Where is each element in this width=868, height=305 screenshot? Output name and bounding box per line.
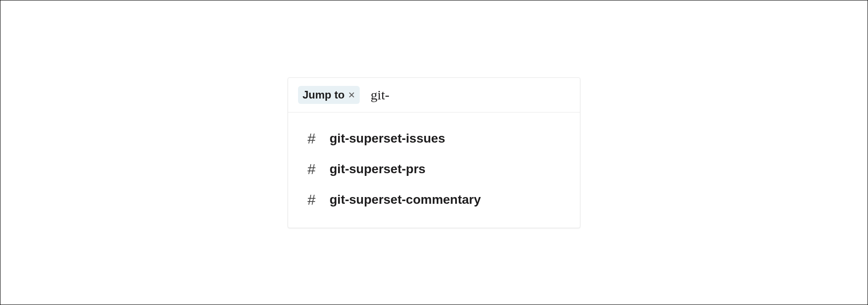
results-list: # git-superset-issues # git-superset-prs…: [288, 112, 580, 228]
search-row: Jump to: [288, 78, 580, 112]
hash-icon: #: [306, 162, 317, 176]
jump-to-label: Jump to: [303, 89, 344, 101]
hash-icon: #: [306, 193, 317, 207]
hash-icon: #: [306, 131, 317, 146]
channel-name: git-superset-commentary: [330, 193, 481, 207]
close-icon[interactable]: [348, 91, 355, 99]
channel-name: git-superset-issues: [330, 131, 445, 146]
channel-result[interactable]: # git-superset-commentary: [288, 184, 580, 215]
channel-result[interactable]: # git-superset-prs: [288, 154, 580, 184]
channel-name: git-superset-prs: [330, 162, 425, 176]
jump-to-chip[interactable]: Jump to: [298, 86, 360, 104]
channel-result[interactable]: # git-superset-issues: [288, 123, 580, 154]
search-input[interactable]: [371, 87, 570, 103]
quick-switcher-panel: Jump to # git-superset-issues # git-supe…: [288, 77, 580, 228]
